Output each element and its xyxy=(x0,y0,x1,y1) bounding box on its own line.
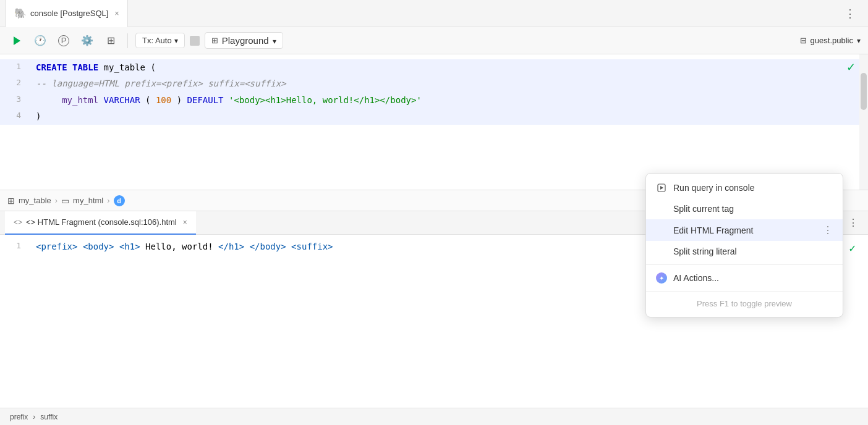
context-menu: Run query in console Split current tag E… xyxy=(645,173,843,318)
html-text: Hello, world! xyxy=(145,242,213,251)
grid-icon: ⊞ xyxy=(107,35,115,46)
line-number-4: 4 xyxy=(0,109,31,122)
tag-suffix: <suffix> xyxy=(291,242,333,251)
ctx-ai-actions-label: AI Actions... xyxy=(673,273,833,283)
toolbar-separator xyxy=(127,33,128,48)
tx-label: Tx: Auto xyxy=(142,36,172,45)
edit-html-icon xyxy=(656,225,667,236)
playground-icon: ⊞ xyxy=(211,36,218,45)
schema-chevron-icon xyxy=(857,36,861,45)
playground-chevron-icon xyxy=(273,35,276,46)
history-icon: 🕐 xyxy=(34,35,46,46)
scrollbar-track xyxy=(859,54,868,190)
pin-icon: P xyxy=(58,35,69,46)
status-prefix: prefix xyxy=(10,413,28,421)
ctx-footer-separator xyxy=(646,291,843,292)
line-content-2: -- language=HTML prefix=<prefix> suffix=… xyxy=(31,77,868,90)
line-content-3: my_html VARCHAR ( 100 ) DEFAULT '<body><… xyxy=(31,93,868,107)
html-fragment-icon: <> xyxy=(14,218,22,227)
fragment-tab[interactable]: <> <> HTML Fragment (console.sql:106).ht… xyxy=(5,211,196,235)
ctx-separator xyxy=(646,264,843,265)
tab-title: console [PostgreSQL] xyxy=(30,9,108,18)
ctx-edit-html-more[interactable]: ⋮ xyxy=(823,224,833,236)
ctx-edit-html[interactable]: Edit HTML Fragment ⋮ xyxy=(646,219,843,241)
tag-h1-open: <h1> xyxy=(119,242,140,251)
type-varchar: VARCHAR xyxy=(104,95,140,105)
breadcrumb-column-icon: ▭ xyxy=(61,196,69,206)
ctx-ai-actions[interactable]: ✦ AI Actions... xyxy=(646,267,843,288)
schema-selector[interactable]: ⊟ guest.public xyxy=(800,36,861,45)
breadcrumb-badge: d xyxy=(114,195,125,206)
code-lines: 1 CREATE TABLE my_table ( 2 -- language=… xyxy=(0,54,868,130)
ai-icon: ✦ xyxy=(656,272,667,284)
tab-bar: 🐘 console [PostgreSQL] × ⋮ xyxy=(0,0,868,27)
status-suffix: suffix xyxy=(40,413,57,421)
settings-button[interactable]: ⚙️ xyxy=(78,32,96,50)
line-number-3: 3 xyxy=(0,93,31,106)
ctx-run-query[interactable]: Run query in console xyxy=(646,177,843,198)
stop-button[interactable] xyxy=(190,36,200,46)
svg-marker-1 xyxy=(660,186,663,190)
toolbar: 🕐 P ⚙️ ⊞ Tx: Auto ⊞ Playground ⊟ guest.p… xyxy=(0,27,868,54)
fragment-tab-label: <> HTML Fragment (console.sql:106).html xyxy=(26,217,177,227)
console-tab[interactable]: 🐘 console [PostgreSQL] × xyxy=(5,0,128,27)
tx-selector[interactable]: Tx: Auto xyxy=(135,33,185,48)
run-query-icon xyxy=(656,182,667,193)
line-content-4: ) xyxy=(31,109,868,123)
playground-selector[interactable]: ⊞ Playground xyxy=(205,32,283,49)
breadcrumb-table[interactable]: my_table xyxy=(19,196,51,205)
keyword-default: DEFAULT xyxy=(187,95,224,105)
breadcrumb-sep-1: › xyxy=(55,196,57,205)
grid-button[interactable]: ⊞ xyxy=(101,32,120,50)
postgres-icon: 🐘 xyxy=(14,7,27,19)
line-number-2: 2 xyxy=(0,77,31,90)
ctx-run-query-label: Run query in console xyxy=(673,183,833,193)
breadcrumb-table-icon: ⊞ xyxy=(7,196,15,206)
line-number-1: 1 xyxy=(0,61,31,74)
status-bar: prefix › suffix xyxy=(0,408,868,425)
ctx-split-string[interactable]: Split string literal xyxy=(646,241,843,262)
playground-label: Playground xyxy=(222,35,269,46)
html-line-num-1: 1 xyxy=(0,240,31,253)
ctx-split-string-label: Split string literal xyxy=(673,246,833,256)
num-100: 100 xyxy=(156,95,171,105)
keyword-create: CREATE xyxy=(36,62,67,72)
fragment-tab-more[interactable]: ⋮ xyxy=(843,217,863,229)
sql-editor[interactable]: 1 CREATE TABLE my_table ( 2 -- language=… xyxy=(0,54,868,190)
ctx-edit-html-label: Edit HTML Fragment xyxy=(673,225,817,235)
tag-body-close: </body> xyxy=(250,242,286,251)
run-button[interactable] xyxy=(7,32,26,50)
html-check-ok-icon: ✓ xyxy=(849,240,856,258)
schema-icon: ⊟ xyxy=(800,36,807,45)
code-line-1: 1 CREATE TABLE my_table ( xyxy=(0,59,868,75)
split-string-icon xyxy=(656,246,667,257)
pin-button[interactable]: P xyxy=(54,32,73,50)
col-name-3: my_html xyxy=(62,95,98,105)
tab-more-button[interactable]: ⋮ xyxy=(837,7,863,20)
split-tag-icon xyxy=(656,203,667,214)
str-value-3: '<body><h1>Hello, world!</h1></body>' xyxy=(229,95,422,105)
fragment-tab-close[interactable]: × xyxy=(183,218,187,227)
tab-close-button[interactable]: × xyxy=(114,9,119,18)
tag-prefix: <prefix> xyxy=(36,242,77,251)
history-button[interactable]: 🕐 xyxy=(31,32,49,50)
tag-body-open: <body> xyxy=(83,242,114,251)
run-triangle-icon xyxy=(14,36,20,45)
schema-label: guest.public xyxy=(811,36,853,45)
tx-chevron-icon xyxy=(174,36,178,45)
keyword-table: TABLE xyxy=(72,62,98,72)
scrollbar-thumb[interactable] xyxy=(861,73,867,110)
breadcrumb-sep-2: › xyxy=(107,196,109,205)
code-line-2: 2 -- language=HTML prefix=<prefix> suffi… xyxy=(0,75,868,91)
gear-icon: ⚙️ xyxy=(81,35,93,46)
code-line-4: 4 ) xyxy=(0,108,868,124)
check-ok-icon: ✓ xyxy=(846,61,856,74)
breadcrumb-column[interactable]: my_html xyxy=(73,196,103,205)
ctx-split-tag[interactable]: Split current tag xyxy=(646,198,843,219)
tag-h1-close: </h1> xyxy=(218,242,244,251)
comment-2: -- language=HTML prefix=<prefix> suffix=… xyxy=(36,78,286,88)
ctx-split-tag-label: Split current tag xyxy=(673,204,833,214)
line-content-1: CREATE TABLE my_table ( xyxy=(31,61,868,74)
code-line-3: 3 my_html VARCHAR ( 100 ) DEFAULT '<body… xyxy=(0,92,868,108)
ctx-footer: Press F1 to toggle preview xyxy=(646,294,843,313)
